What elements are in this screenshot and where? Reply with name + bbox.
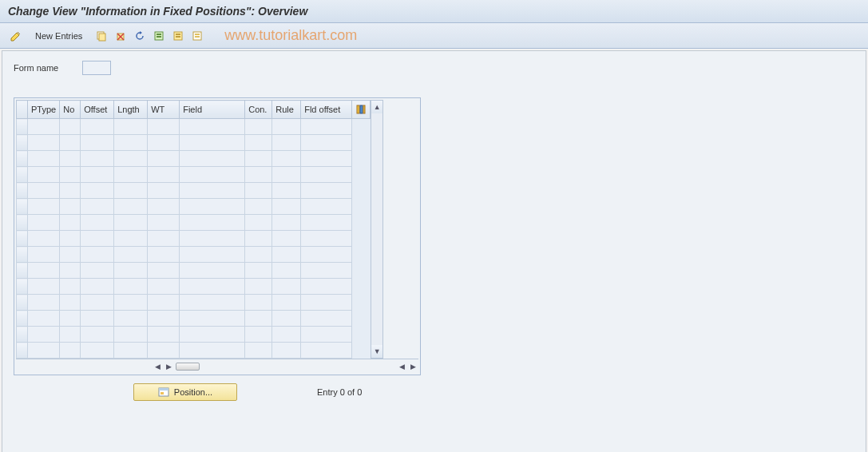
row-selector[interactable] bbox=[17, 247, 28, 263]
cell[interactable] bbox=[81, 327, 114, 343]
col-header-rule[interactable]: Rule bbox=[272, 101, 301, 119]
cell[interactable] bbox=[28, 295, 60, 311]
row-selector[interactable] bbox=[17, 135, 28, 151]
cell[interactable] bbox=[114, 231, 148, 247]
col-header-offset[interactable]: Offset bbox=[81, 101, 114, 119]
configure-columns-icon[interactable] bbox=[352, 101, 371, 119]
cell[interactable] bbox=[272, 151, 301, 167]
cell[interactable] bbox=[148, 279, 180, 295]
cell[interactable] bbox=[81, 151, 114, 167]
cell[interactable] bbox=[180, 135, 245, 151]
cell[interactable] bbox=[148, 263, 180, 279]
cell[interactable] bbox=[301, 215, 352, 231]
cell[interactable] bbox=[28, 183, 60, 199]
scroll-up-icon[interactable]: ▲ bbox=[371, 101, 382, 113]
cell[interactable] bbox=[180, 167, 245, 183]
cell[interactable] bbox=[148, 311, 180, 327]
cell[interactable] bbox=[81, 311, 114, 327]
cell[interactable] bbox=[272, 295, 301, 311]
col-header-wt[interactable]: WT bbox=[148, 101, 180, 119]
cell[interactable] bbox=[301, 311, 352, 327]
cell[interactable] bbox=[81, 135, 114, 151]
cell[interactable] bbox=[245, 295, 272, 311]
cell[interactable] bbox=[245, 279, 272, 295]
cell[interactable] bbox=[301, 199, 352, 215]
cell[interactable] bbox=[60, 231, 81, 247]
row-selector[interactable] bbox=[17, 167, 28, 183]
cell[interactable] bbox=[272, 263, 301, 279]
cell[interactable] bbox=[180, 343, 245, 359]
cell[interactable] bbox=[60, 295, 81, 311]
scroll-left2-icon[interactable]: ◀ bbox=[396, 361, 407, 372]
cell[interactable] bbox=[28, 119, 60, 135]
cell[interactable] bbox=[114, 279, 148, 295]
cell[interactable] bbox=[301, 151, 352, 167]
cell[interactable] bbox=[81, 231, 114, 247]
cell[interactable] bbox=[272, 183, 301, 199]
cell[interactable] bbox=[148, 151, 180, 167]
cell[interactable] bbox=[114, 311, 148, 327]
cell[interactable] bbox=[81, 215, 114, 231]
col-header-con[interactable]: Con. bbox=[245, 101, 272, 119]
row-selector[interactable] bbox=[17, 215, 28, 231]
cell[interactable] bbox=[28, 215, 60, 231]
cell[interactable] bbox=[28, 327, 60, 343]
position-button[interactable]: Position... bbox=[133, 383, 237, 401]
cell[interactable] bbox=[245, 247, 272, 263]
cell[interactable] bbox=[81, 167, 114, 183]
cell[interactable] bbox=[148, 247, 180, 263]
row-selector[interactable] bbox=[17, 279, 28, 295]
cell[interactable] bbox=[28, 263, 60, 279]
cell[interactable] bbox=[180, 199, 245, 215]
cell[interactable] bbox=[245, 135, 272, 151]
cell[interactable] bbox=[180, 151, 245, 167]
cell[interactable] bbox=[180, 119, 245, 135]
select-block-icon[interactable] bbox=[170, 28, 186, 44]
cell[interactable] bbox=[28, 311, 60, 327]
cell[interactable] bbox=[148, 183, 180, 199]
cell[interactable] bbox=[60, 311, 81, 327]
cell[interactable] bbox=[81, 279, 114, 295]
new-entries-button[interactable]: New Entries bbox=[30, 30, 87, 42]
cell[interactable] bbox=[114, 215, 148, 231]
cell[interactable] bbox=[245, 167, 272, 183]
cell[interactable] bbox=[272, 119, 301, 135]
cell[interactable] bbox=[148, 343, 180, 359]
cell[interactable] bbox=[180, 295, 245, 311]
cell[interactable] bbox=[81, 183, 114, 199]
cell[interactable] bbox=[60, 263, 81, 279]
cell[interactable] bbox=[148, 215, 180, 231]
vertical-scrollbar[interactable]: ▲ ▼ bbox=[371, 100, 383, 359]
scroll-down-icon[interactable]: ▼ bbox=[371, 345, 382, 358]
cell[interactable] bbox=[272, 135, 301, 151]
cell[interactable] bbox=[60, 279, 81, 295]
row-selector[interactable] bbox=[17, 343, 28, 359]
cell[interactable] bbox=[245, 199, 272, 215]
cell[interactable] bbox=[28, 247, 60, 263]
cell[interactable] bbox=[148, 231, 180, 247]
cell[interactable] bbox=[114, 343, 148, 359]
col-header-fldoffset[interactable]: Fld offset bbox=[301, 101, 352, 119]
row-selector-header[interactable] bbox=[17, 101, 28, 119]
cell[interactable] bbox=[245, 343, 272, 359]
cell[interactable] bbox=[28, 279, 60, 295]
cell[interactable] bbox=[28, 199, 60, 215]
cell[interactable] bbox=[28, 167, 60, 183]
cell[interactable] bbox=[114, 151, 148, 167]
cell[interactable] bbox=[301, 119, 352, 135]
scroll-left-icon[interactable]: ◀ bbox=[152, 361, 163, 372]
cell[interactable] bbox=[60, 151, 81, 167]
cell[interactable] bbox=[114, 327, 148, 343]
toggle-display-change-icon[interactable] bbox=[8, 28, 24, 44]
deselect-all-icon[interactable] bbox=[189, 28, 205, 44]
col-header-no[interactable]: No bbox=[60, 101, 81, 119]
cell[interactable] bbox=[148, 295, 180, 311]
cell[interactable] bbox=[60, 343, 81, 359]
undo-icon[interactable] bbox=[132, 28, 148, 44]
cell[interactable] bbox=[81, 247, 114, 263]
cell[interactable] bbox=[272, 231, 301, 247]
cell[interactable] bbox=[81, 295, 114, 311]
cell[interactable] bbox=[60, 167, 81, 183]
col-header-length[interactable]: Lngth bbox=[114, 101, 148, 119]
cell[interactable] bbox=[81, 199, 114, 215]
